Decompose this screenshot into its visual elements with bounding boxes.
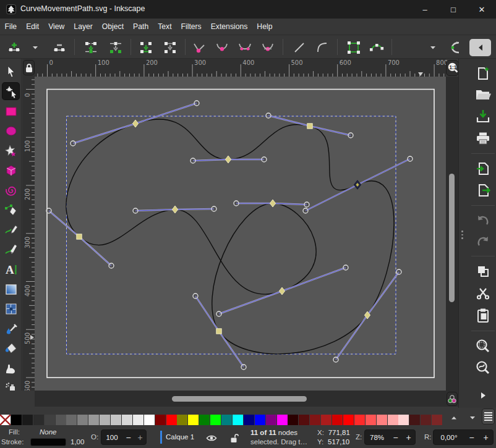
palette-swatch-gray-25[interactable] [45, 415, 55, 425]
segment-line-button[interactable] [291, 40, 308, 56]
maximize-button[interactable]: □ [439, 0, 468, 19]
control-handle[interactable] [241, 365, 246, 370]
text-tool-button[interactable]: A [2, 261, 19, 277]
palette-swatch-green[interactable] [199, 415, 210, 425]
unlock-icon[interactable] [229, 433, 239, 443]
zoom-increase-button[interactable]: + [402, 433, 415, 442]
zoom-selection-button[interactable] [474, 337, 492, 355]
palette-swatch-purple[interactable] [266, 415, 276, 425]
current-layer-name[interactable]: Calque 1 [166, 433, 194, 441]
expand-commands-button[interactable] [474, 386, 492, 405]
opacity-decrease-button[interactable]: − [122, 433, 134, 442]
new-document-button[interactable] [474, 64, 492, 83]
insert-node-button[interactable] [6, 40, 23, 56]
drag-dots-icon[interactable] [461, 230, 463, 239]
control-handle[interactable] [193, 294, 198, 298]
rotation-decrease-button[interactable]: − [464, 433, 479, 442]
control-handle[interactable] [46, 208, 51, 213]
snapping-button[interactable] [447, 40, 464, 56]
node-smooth-button[interactable] [213, 40, 231, 56]
palette-swatch-gray-60[interactable] [88, 415, 99, 425]
control-handle[interactable] [234, 201, 239, 206]
node-symmetric-button[interactable] [236, 40, 254, 56]
palette-swatch-red-light-2[interactable] [366, 415, 376, 425]
save-document-button[interactable] [474, 107, 492, 125]
palette-swatch-red-light-4[interactable] [388, 415, 398, 425]
palette-swatch-red-light-5[interactable] [398, 415, 409, 425]
snap-bar-collapse-button[interactable] [469, 39, 491, 56]
opacity-spinbox[interactable]: 100 − + [101, 429, 147, 445]
path-end-node[interactable] [354, 180, 361, 189]
ellipse-tool-button[interactable] [2, 122, 19, 139]
cut-button[interactable] [474, 284, 492, 303]
join-with-segment-button[interactable] [137, 40, 155, 56]
print-button[interactable] [474, 129, 492, 148]
palette-swatch-red-dark-1[interactable] [332, 415, 343, 425]
menu-object[interactable]: Object [97, 19, 128, 35]
palette-scroll-down-button[interactable] [466, 412, 479, 423]
horizontal-scrollbar-thumb[interactable] [172, 396, 307, 402]
import-button[interactable] [474, 159, 492, 178]
menu-edit[interactable]: Edit [22, 19, 44, 35]
path-node[interactable] [77, 234, 82, 239]
path-node[interactable] [216, 329, 221, 334]
delete-node-button[interactable] [51, 40, 68, 56]
minimize-button[interactable]: – [411, 0, 439, 19]
mesh-tool-button[interactable] [2, 300, 19, 317]
palette-swatch-red[interactable] [166, 415, 177, 425]
palette-swatch-navy[interactable] [244, 415, 254, 425]
vertical-ruler[interactable]: 0100200300400500600 [22, 77, 35, 391]
rectangle-tool-button[interactable] [2, 103, 19, 119]
palette-swatch-fuchsia[interactable] [277, 415, 288, 425]
redo-button[interactable] [474, 232, 492, 250]
segment-curve-button[interactable] [314, 40, 331, 56]
selector-tool-button[interactable] [2, 63, 19, 80]
palette-swatch-gray-10[interactable] [22, 415, 33, 425]
menu-filters[interactable]: Filters [176, 19, 206, 35]
control-handle[interactable] [333, 357, 338, 362]
palette-swatch-gray-41[interactable] [66, 415, 77, 425]
insert-node-dropdown[interactable] [27, 40, 44, 56]
node-corner-button[interactable] [190, 40, 208, 56]
path-node[interactable] [132, 120, 138, 127]
palette-swatch-no-color[interactable] [0, 415, 11, 425]
control-handle[interactable] [396, 269, 401, 274]
palette-swatch-gray-70[interactable] [100, 415, 110, 425]
palette-swatch-maroon[interactable] [155, 415, 166, 425]
export-button[interactable] [474, 181, 492, 200]
node-tool-button[interactable] [2, 83, 19, 99]
control-handle[interactable] [408, 156, 413, 161]
calligraphy-tool-button[interactable] [2, 241, 19, 258]
menu-path[interactable]: Path [129, 19, 153, 35]
control-handle[interactable] [303, 208, 308, 213]
guide-lock-button[interactable] [23, 60, 35, 75]
fill-value[interactable]: None [40, 428, 57, 436]
pen-tool-button[interactable] [2, 201, 19, 218]
path-node[interactable] [172, 206, 177, 213]
zoom-drawing-button[interactable] [474, 358, 492, 377]
palette-swatch-gray-50[interactable] [77, 415, 88, 425]
palette-swatch-maroon-alpha-1[interactable] [409, 415, 420, 425]
open-document-button[interactable] [474, 85, 492, 104]
palette-swatch-maroon-alpha-2[interactable] [421, 415, 431, 425]
control-handle[interactable] [304, 202, 309, 207]
rotation-increase-button[interactable]: + [479, 433, 493, 442]
opacity-increase-button[interactable]: + [134, 433, 146, 442]
drawing-area[interactable] [35, 77, 446, 391]
delete-segment-button[interactable] [161, 40, 179, 56]
menu-view[interactable]: View [44, 19, 69, 35]
palette-swatch-red-full[interactable] [343, 415, 354, 425]
paste-button[interactable] [474, 306, 492, 325]
vertical-scrollbar-thumb[interactable] [449, 174, 455, 302]
gradient-tool-button[interactable] [2, 281, 19, 297]
control-handle[interactable] [109, 263, 114, 268]
palette-swatch-gray-78[interactable] [111, 415, 121, 425]
palette-swatch-black[interactable] [11, 415, 22, 425]
palette-swatch-yellow[interactable] [188, 415, 199, 425]
control-handle[interactable] [266, 113, 271, 118]
palette-swatch-gray-85[interactable] [122, 415, 132, 425]
path-node[interactable] [279, 287, 284, 295]
tweak-tool-button[interactable] [2, 360, 19, 376]
palette-swatch-red-light-1[interactable] [354, 415, 365, 425]
control-handle[interactable] [212, 206, 216, 211]
